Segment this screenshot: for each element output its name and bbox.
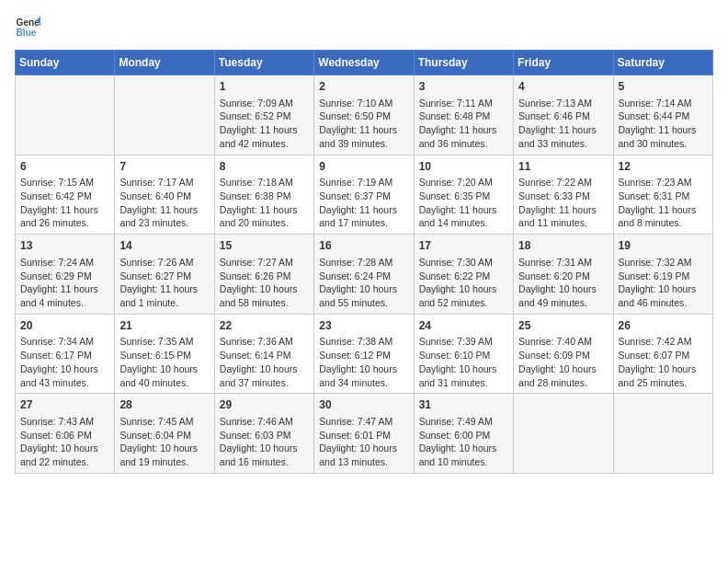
calendar-cell: 28Sunrise: 7:45 AMSunset: 6:04 PMDayligh… (115, 394, 214, 474)
day-number: 23 (319, 318, 408, 334)
day-number: 4 (518, 79, 608, 95)
day-info-line: Daylight: 10 hours and 25 minutes. (619, 362, 708, 389)
day-info-line: Sunset: 6:42 PM (20, 190, 109, 203)
calendar-cell: 2Sunrise: 7:10 AMSunset: 6:50 PMDaylight… (314, 75, 414, 155)
day-info-line: Daylight: 10 hours and 13 minutes. (319, 442, 408, 468)
day-info-line: Sunset: 6:03 PM (220, 429, 309, 442)
day-info: Sunrise: 7:23 AMSunset: 6:31 PMDaylight:… (619, 176, 708, 230)
day-info-line: Daylight: 10 hours and 46 minutes. (619, 282, 708, 309)
day-info: Sunrise: 7:27 AMSunset: 6:26 PMDaylight:… (220, 256, 309, 310)
day-info-line: Sunrise: 7:42 AM (619, 335, 708, 349)
day-info-line: Sunrise: 7:43 AM (20, 415, 109, 429)
day-info-line: Sunset: 6:24 PM (319, 270, 408, 283)
column-header-monday: Monday (115, 51, 214, 75)
calendar-week-row: 1Sunrise: 7:09 AMSunset: 6:52 PMDaylight… (16, 75, 713, 155)
day-info: Sunrise: 7:39 AMSunset: 6:10 PMDaylight:… (419, 335, 508, 389)
day-info: Sunrise: 7:45 AMSunset: 6:04 PMDaylight:… (119, 415, 209, 469)
day-info-line: Sunrise: 7:22 AM (518, 176, 608, 190)
day-info-line: Daylight: 10 hours and 28 minutes. (518, 362, 608, 389)
day-info: Sunrise: 7:22 AMSunset: 6:33 PMDaylight:… (518, 176, 608, 230)
logo-icon: General Blue (15, 15, 40, 40)
day-info-line: Daylight: 10 hours and 34 minutes. (319, 362, 408, 389)
day-info-line: Sunrise: 7:18 AM (220, 176, 309, 190)
day-info-line: Sunrise: 7:28 AM (319, 256, 408, 270)
day-info: Sunrise: 7:14 AMSunset: 6:44 PMDaylight:… (619, 97, 708, 151)
day-number: 7 (119, 159, 209, 175)
day-info-line: Daylight: 11 hours and 20 minutes. (220, 203, 309, 230)
calendar-week-row: 20Sunrise: 7:34 AMSunset: 6:17 PMDayligh… (16, 314, 713, 394)
day-number: 2 (319, 79, 408, 95)
day-info: Sunrise: 7:47 AMSunset: 6:01 PMDaylight:… (319, 415, 408, 469)
day-info: Sunrise: 7:19 AMSunset: 6:37 PMDaylight:… (319, 176, 408, 230)
day-info-line: Sunrise: 7:14 AM (619, 97, 708, 110)
column-header-saturday: Saturday (613, 51, 712, 75)
day-number: 28 (119, 397, 209, 413)
day-info-line: Daylight: 10 hours and 40 minutes. (119, 362, 209, 389)
calendar-cell: 26Sunrise: 7:42 AMSunset: 6:07 PMDayligh… (613, 314, 712, 394)
day-number: 27 (20, 397, 109, 413)
day-info-line: Sunset: 6:33 PM (518, 190, 608, 203)
day-number: 5 (619, 79, 708, 95)
day-info-line: Daylight: 11 hours and 33 minutes. (518, 123, 608, 150)
column-header-wednesday: Wednesday (314, 51, 414, 75)
day-info-line: Daylight: 10 hours and 55 minutes. (319, 282, 408, 309)
day-info-line: Sunset: 6:35 PM (419, 190, 508, 203)
day-info-line: Sunset: 6:10 PM (419, 349, 508, 362)
day-info-line: Daylight: 10 hours and 19 minutes. (119, 442, 209, 468)
calendar-header-row: SundayMondayTuesdayWednesdayThursdayFrid… (16, 51, 713, 75)
calendar-week-row: 13Sunrise: 7:24 AMSunset: 6:29 PMDayligh… (16, 235, 713, 315)
day-number: 19 (619, 238, 708, 254)
day-info: Sunrise: 7:40 AMSunset: 6:09 PMDaylight:… (518, 335, 608, 389)
day-info-line: Sunset: 6:26 PM (220, 270, 309, 283)
day-info-line: Sunrise: 7:36 AM (220, 335, 309, 349)
day-number: 22 (220, 318, 309, 334)
day-info-line: Daylight: 10 hours and 22 minutes. (20, 442, 109, 468)
day-info-line: Sunrise: 7:40 AM (518, 335, 608, 349)
day-info-line: Daylight: 11 hours and 14 minutes. (419, 203, 508, 230)
day-info-line: Sunrise: 7:34 AM (20, 335, 109, 349)
calendar-cell: 21Sunrise: 7:35 AMSunset: 6:15 PMDayligh… (115, 314, 214, 394)
column-header-thursday: Thursday (414, 51, 513, 75)
day-info: Sunrise: 7:49 AMSunset: 6:00 PMDaylight:… (419, 415, 508, 469)
day-info-line: Sunrise: 7:35 AM (119, 335, 209, 349)
calendar-cell: 15Sunrise: 7:27 AMSunset: 6:26 PMDayligh… (214, 235, 313, 315)
day-info: Sunrise: 7:09 AMSunset: 6:52 PMDaylight:… (220, 97, 309, 151)
day-info: Sunrise: 7:20 AMSunset: 6:35 PMDaylight:… (419, 176, 508, 230)
day-info: Sunrise: 7:30 AMSunset: 6:22 PMDaylight:… (419, 256, 508, 310)
calendar-cell: 4Sunrise: 7:13 AMSunset: 6:46 PMDaylight… (514, 75, 613, 155)
calendar-cell (16, 75, 115, 155)
day-info-line: Daylight: 11 hours and 4 minutes. (20, 282, 109, 309)
day-info-line: Sunset: 6:00 PM (419, 429, 508, 442)
day-info-line: Sunrise: 7:10 AM (319, 97, 408, 110)
day-info: Sunrise: 7:28 AMSunset: 6:24 PMDaylight:… (319, 256, 408, 310)
day-info-line: Sunset: 6:01 PM (319, 429, 408, 442)
calendar-week-row: 27Sunrise: 7:43 AMSunset: 6:06 PMDayligh… (16, 394, 713, 474)
column-header-tuesday: Tuesday (214, 51, 313, 75)
day-info-line: Daylight: 11 hours and 17 minutes. (319, 203, 408, 230)
day-number: 14 (119, 238, 209, 254)
day-info-line: Daylight: 11 hours and 39 minutes. (319, 123, 408, 150)
calendar-cell: 22Sunrise: 7:36 AMSunset: 6:14 PMDayligh… (214, 314, 313, 394)
day-info-line: Sunrise: 7:20 AM (419, 176, 508, 190)
day-info-line: Sunrise: 7:24 AM (20, 256, 109, 270)
day-info-line: Sunrise: 7:46 AM (220, 415, 309, 429)
day-info-line: Sunset: 6:22 PM (419, 270, 508, 283)
day-info-line: Sunset: 6:29 PM (20, 270, 109, 283)
day-info-line: Sunset: 6:48 PM (419, 109, 508, 123)
day-number: 3 (419, 79, 508, 95)
day-number: 25 (518, 318, 608, 334)
calendar-cell (613, 394, 712, 474)
day-info: Sunrise: 7:32 AMSunset: 6:19 PMDaylight:… (619, 256, 708, 310)
calendar-cell: 23Sunrise: 7:38 AMSunset: 6:12 PMDayligh… (314, 314, 414, 394)
calendar-cell: 29Sunrise: 7:46 AMSunset: 6:03 PMDayligh… (214, 394, 313, 474)
day-info-line: Sunset: 6:46 PM (518, 109, 608, 123)
calendar-cell: 1Sunrise: 7:09 AMSunset: 6:52 PMDaylight… (214, 75, 313, 155)
day-info-line: Sunset: 6:40 PM (119, 190, 209, 203)
day-info: Sunrise: 7:38 AMSunset: 6:12 PMDaylight:… (319, 335, 408, 389)
day-info-line: Sunrise: 7:11 AM (419, 97, 508, 110)
calendar-cell: 8Sunrise: 7:18 AMSunset: 6:38 PMDaylight… (214, 155, 313, 235)
day-info-line: Daylight: 10 hours and 31 minutes. (419, 362, 508, 389)
day-info-line: Sunset: 6:09 PM (518, 349, 608, 362)
day-info-line: Daylight: 10 hours and 37 minutes. (220, 362, 309, 389)
day-info-line: Daylight: 11 hours and 36 minutes. (419, 123, 508, 150)
